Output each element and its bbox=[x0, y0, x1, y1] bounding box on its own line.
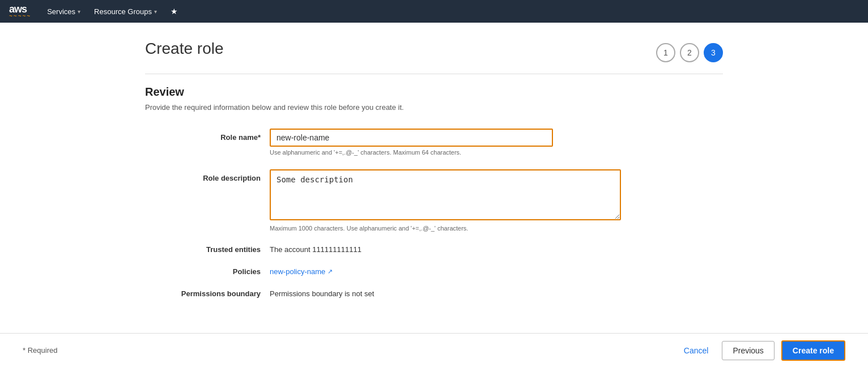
top-navigation: aws ~~~~~ Services ▾ Resource Groups ▾ ★ bbox=[0, 0, 868, 23]
step-2-circle: 2 bbox=[680, 43, 699, 62]
role-description-label: Role description bbox=[145, 169, 270, 182]
role-description-textarea[interactable]: Some description bbox=[270, 169, 621, 220]
page-title: Create role bbox=[145, 40, 224, 58]
role-name-hint: Use alphanumeric and '+=,.@-_' character… bbox=[270, 149, 621, 156]
role-name-label: Role name* bbox=[145, 129, 270, 142]
permissions-boundary-label: Permissions boundary bbox=[145, 289, 270, 298]
permissions-boundary-row: Permissions boundary Permissions boundar… bbox=[145, 289, 723, 298]
role-description-row: Role description Some description Maximu… bbox=[145, 169, 723, 232]
role-name-input[interactable] bbox=[270, 129, 553, 147]
services-chevron-icon: ▾ bbox=[78, 8, 80, 15]
services-nav-item[interactable]: Services ▾ bbox=[42, 0, 85, 23]
page-title-row: Create role 1 2 3 bbox=[145, 40, 723, 62]
trusted-entities-row: Trusted entities The account 11111111111… bbox=[145, 245, 723, 254]
policies-row: Policies new-policy-name ↗ bbox=[145, 267, 723, 276]
step-1-circle: 1 bbox=[656, 43, 675, 62]
aws-logo[interactable]: aws ~~~~~ bbox=[9, 3, 31, 19]
aws-smile-icon: ~~~~~ bbox=[9, 13, 31, 19]
role-name-row: Role name* Use alphanumeric and '+=,.@-_… bbox=[145, 129, 723, 156]
role-description-hint: Maximum 1000 characters. Use alphanumeri… bbox=[270, 225, 621, 232]
favorites-icon[interactable]: ★ bbox=[166, 7, 182, 16]
role-description-field: Some description Maximum 1000 characters… bbox=[270, 169, 621, 232]
policy-link-text: new-policy-name bbox=[270, 267, 325, 276]
role-name-field: Use alphanumeric and '+=,.@-_' character… bbox=[270, 129, 621, 156]
create-role-button[interactable]: Create role bbox=[781, 340, 845, 361]
resource-groups-chevron-icon: ▾ bbox=[154, 8, 157, 15]
trusted-entities-label: Trusted entities bbox=[145, 245, 270, 254]
services-label: Services bbox=[47, 7, 75, 16]
main-content: Create role 1 2 3 Review Provide the req… bbox=[122, 23, 746, 367]
step-indicators: 1 2 3 bbox=[656, 43, 723, 62]
required-text: * Required bbox=[23, 346, 57, 355]
section-divider bbox=[145, 74, 723, 74]
policies-label: Policies bbox=[145, 267, 270, 276]
trusted-entities-value: The account 111111111111 bbox=[270, 245, 361, 254]
external-link-icon: ↗ bbox=[327, 268, 333, 275]
section-title: Review bbox=[145, 86, 723, 99]
footer-actions: Cancel Previous Create role bbox=[677, 340, 845, 361]
resource-groups-label: Resource Groups bbox=[94, 7, 152, 16]
previous-button[interactable]: Previous bbox=[722, 341, 774, 360]
policies-link[interactable]: new-policy-name ↗ bbox=[270, 267, 333, 276]
section-subtitle: Provide the required information below a… bbox=[145, 103, 723, 112]
resource-groups-nav-item[interactable]: Resource Groups ▾ bbox=[90, 0, 161, 23]
cancel-button[interactable]: Cancel bbox=[677, 342, 716, 360]
footer-bar: * Required Cancel Previous Create role bbox=[0, 333, 868, 367]
step-3-circle: 3 bbox=[704, 43, 723, 62]
permissions-boundary-value: Permissions boundary is not set bbox=[270, 289, 374, 298]
